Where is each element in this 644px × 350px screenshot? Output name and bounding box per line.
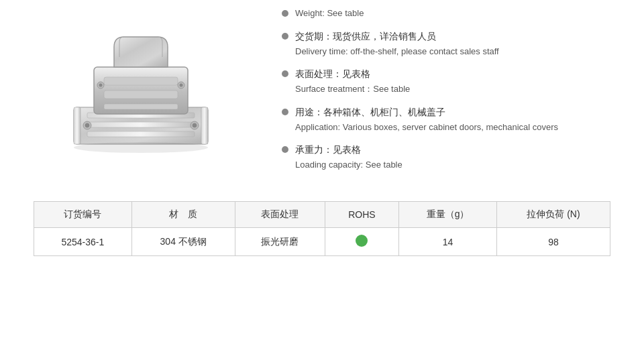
cell-material: 304 不锈钢 (131, 228, 235, 256)
delivery-cn: 交货期：现货供应，详洽销售人员 (295, 30, 499, 44)
loading-cn: 承重力：见表格 (295, 143, 402, 157)
bullet-surface (282, 70, 288, 77)
rohs-indicator (356, 235, 368, 247)
spec-item-delivery: 交货期：现货供应，详洽销售人员 Delivery time: off-the-s… (282, 30, 631, 58)
svg-rect-18 (201, 107, 208, 144)
spec-text-loading: 承重力：见表格 Loading capacity: See table (295, 143, 402, 172)
bullet-delivery (282, 33, 288, 40)
cell-load: 98 (496, 228, 610, 256)
spec-item-weight: Weight: See table (282, 7, 631, 20)
specs-table: 订货编号 材 质 表面处理 ROHS 重量（g） 拉伸负荷 (N) 5254-3… (34, 201, 610, 256)
spec-item-surface: 表面处理：见表格 Surface treatment：See table (282, 67, 631, 96)
svg-point-14 (99, 84, 103, 87)
surface-cn: 表面处理：见表格 (295, 67, 410, 81)
svg-point-19 (74, 142, 208, 153)
svg-rect-12 (104, 104, 178, 109)
cell-surface: 振光研磨 (235, 228, 325, 256)
table-section: 订货编号 材 质 表面处理 ROHS 重量（g） 拉伸负荷 (N) 5254-3… (0, 194, 644, 270)
main-section: Weight: See table 交货期：现货供应，详洽销售人员 Delive… (0, 0, 644, 188)
col-header-weight: 重量（g） (399, 202, 497, 228)
page-container: Weight: See table 交货期：现货供应，详洽销售人员 Delive… (0, 0, 644, 270)
col-header-load: 拉伸负荷 (N) (496, 202, 610, 228)
table-row: 5254-36-1 304 不锈钢 振光研磨 14 98 (34, 228, 610, 256)
cell-order-no: 5254-36-1 (34, 228, 132, 256)
svg-point-6 (85, 123, 89, 127)
application-en: Application: Various boxes, server cabin… (295, 121, 558, 134)
col-header-order: 订货编号 (34, 202, 132, 228)
bullet-application (282, 109, 288, 115)
col-header-material: 材 质 (131, 202, 235, 228)
spec-item-loading: 承重力：见表格 Loading capacity: See table (282, 143, 631, 172)
info-panel: Weight: See table 交货期：现货供应，详洽销售人员 Delive… (282, 7, 631, 174)
bullet-loading (282, 146, 288, 153)
spec-text-delivery: 交货期：现货供应，详洽销售人员 Delivery time: off-the-s… (295, 30, 499, 58)
svg-point-8 (193, 123, 197, 127)
spec-text-weight: Weight: See table (295, 7, 364, 20)
svg-point-16 (180, 84, 183, 87)
loading-en: Loading capacity: See table (295, 158, 402, 172)
image-panel (13, 7, 268, 174)
surface-en: Surface treatment：See table (295, 82, 410, 96)
svg-rect-3 (87, 122, 195, 127)
table-header-row: 订货编号 材 质 表面处理 ROHS 重量（g） 拉伸负荷 (N) (34, 202, 610, 228)
spec-item-application: 用途：各种箱体、机柜门、机械盖子 Application: Various bo… (282, 105, 631, 134)
cell-weight: 14 (399, 228, 497, 256)
weight-en: Weight: See table (295, 7, 364, 20)
delivery-en: Delivery time: off-the-shelf, please con… (295, 45, 499, 58)
svg-rect-10 (104, 77, 178, 85)
svg-rect-17 (74, 107, 80, 144)
spec-text-surface: 表面处理：见表格 Surface treatment：See table (295, 67, 410, 96)
application-cn: 用途：各种箱体、机柜门、机械盖子 (295, 105, 558, 119)
spec-text-application: 用途：各种箱体、机柜门、机械盖子 Application: Various bo… (295, 105, 558, 134)
col-header-surface: 表面处理 (235, 202, 325, 228)
svg-rect-4 (87, 131, 195, 137)
col-header-rohs: ROHS (325, 202, 399, 228)
product-image (34, 13, 248, 174)
cell-rohs (325, 228, 399, 256)
bullet-weight (282, 10, 288, 17)
svg-rect-11 (104, 91, 178, 99)
